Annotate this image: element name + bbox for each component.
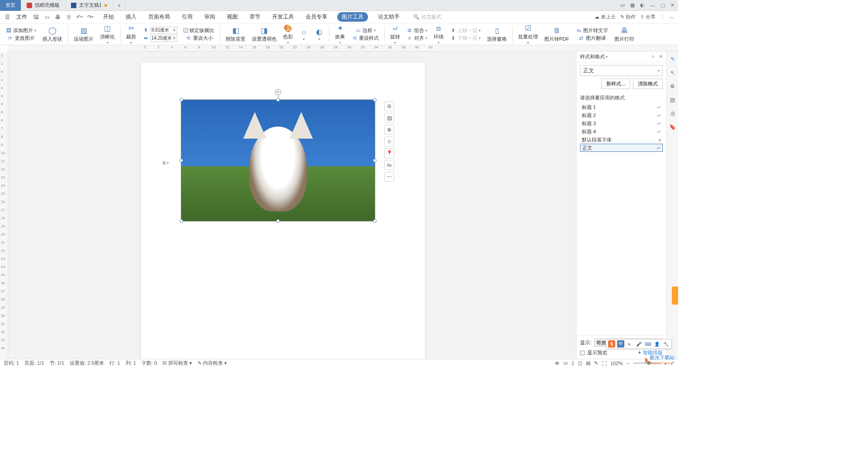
sharpen-button[interactable]: ◫清晰化▾ <box>98 24 117 45</box>
tab-start[interactable]: 开始 <box>101 12 116 22</box>
tab-section[interactable]: 章节 <box>248 12 262 22</box>
share-button[interactable]: ⇪ 分享 <box>640 14 656 20</box>
side-layers-icon[interactable]: ▤ <box>669 96 677 104</box>
crop-button[interactable]: ✂裁剪▾ <box>124 24 138 45</box>
layout-options-tag[interactable]: 🗎 ▾ <box>162 159 170 166</box>
collab-button[interactable]: ✎ 协作 <box>620 14 636 20</box>
remove-bg-button[interactable]: ◧抠除背景 <box>224 26 247 42</box>
cloud-status[interactable]: ☁ 未上云 <box>594 14 616 20</box>
float-zoom-in[interactable]: ⊕ <box>384 125 394 135</box>
resize-handle-tr[interactable] <box>373 98 377 102</box>
side-settings-icon[interactable]: ⚙ <box>669 82 677 90</box>
move-up-button[interactable]: ⬆上移一层▾ <box>450 27 481 34</box>
height-field[interactable]: ⬍8.91厘米⇅ <box>142 27 177 34</box>
tab-insert[interactable]: 插入 <box>124 12 138 22</box>
tab-reference[interactable]: 引用 <box>180 12 194 22</box>
style-item[interactable]: 标题 3↵ <box>580 119 663 127</box>
tab-review[interactable]: 审阅 <box>203 12 217 22</box>
undo-icon[interactable]: ↶▾ <box>76 14 83 21</box>
feedback-tab[interactable] <box>672 287 678 305</box>
float-ocr[interactable]: 🗛 <box>384 160 394 170</box>
collapse-ribbon-icon[interactable]: ︿ <box>670 14 675 20</box>
style-item[interactable]: 标题 1↵ <box>580 103 663 111</box>
ime-tool-icon[interactable]: 🔧 <box>662 340 670 348</box>
tab-home[interactable]: 首页 <box>0 0 21 11</box>
grid-icon[interactable]: ▦ <box>630 2 635 8</box>
group-button[interactable]: ⧉组合▾ <box>406 27 427 34</box>
style-item[interactable]: 标题 4↵ <box>580 127 663 136</box>
reset-style-button[interactable]: ⟲重设样式 <box>351 35 379 42</box>
page[interactable]: ⟳ <box>141 62 425 359</box>
align-button[interactable]: ≡对齐▾ <box>406 35 427 42</box>
resize-handle-tm[interactable] <box>276 98 280 102</box>
float-more[interactable]: ⋯ <box>384 172 394 182</box>
selected-image[interactable]: ⟳ <box>181 99 375 221</box>
tab-dev[interactable]: 开发工具 <box>270 12 296 22</box>
select-pane-button[interactable]: ▯选择窗格 <box>485 26 509 42</box>
hamburger-icon[interactable]: ☰ <box>4 14 11 21</box>
status-row[interactable]: 行: 1 <box>109 360 120 367</box>
layout-icon[interactable]: ▭ <box>620 2 625 8</box>
status-page-num[interactable]: 页码: 1 <box>4 360 19 367</box>
to-pdf-button[interactable]: 🗎图片转PDF <box>542 26 571 42</box>
float-pin[interactable]: 📍 <box>384 148 394 158</box>
side-pencil-icon[interactable]: ✎ <box>669 55 677 63</box>
compress-button[interactable]: ▧压缩图片 <box>72 26 95 42</box>
status-pos[interactable]: 设置值: 2.5厘米 <box>70 360 104 367</box>
clear-style-button[interactable]: 清除格式 <box>633 79 663 89</box>
batch-button[interactable]: ☑批量处理▾ <box>516 24 540 45</box>
print-image-button[interactable]: 🖶图片打印 <box>613 26 636 42</box>
ime-skin-icon[interactable]: 👤 <box>653 340 660 348</box>
side-tag-icon[interactable]: 🔖 <box>669 123 677 131</box>
user-avatar-icon[interactable]: ◐ <box>640 2 645 8</box>
border-button[interactable]: ▭边框▾ <box>355 27 376 34</box>
canvas[interactable]: ⟳ 🗎 ▾ ⊖ ▤ ⊕ ⟄ 📍 🗛 ⋯ <box>8 52 576 359</box>
add-image-button[interactable]: 🖼添加图片▾ <box>5 27 36 34</box>
color-button[interactable]: 🎨色彩▾ <box>281 24 295 45</box>
view-draw-icon[interactable]: ✎ <box>594 360 598 366</box>
tab-view[interactable]: 视图 <box>225 12 240 22</box>
style-item-selected[interactable]: 正文↵ <box>580 144 663 152</box>
ribbon-search[interactable]: 🔍 论文版式 <box>413 14 441 20</box>
view-web-icon[interactable]: ◫ <box>578 360 582 366</box>
style-item[interactable]: 默认段落字体a <box>580 136 663 144</box>
ime-toolbar[interactable]: S 中 •, 🎤 ⌨ 👤 🔧 <box>606 339 672 349</box>
file-menu[interactable]: 文件 <box>14 12 29 22</box>
status-col[interactable]: 列: 1 <box>126 360 136 367</box>
resize-handle-rm[interactable] <box>373 159 377 162</box>
effect-button[interactable]: ✦效果▾ <box>333 24 347 45</box>
tab-layout[interactable]: 页面布局 <box>146 12 172 22</box>
float-zoom-out[interactable]: ⊖ <box>384 101 394 111</box>
print-icon[interactable]: 🖶 <box>54 14 61 21</box>
export-icon[interactable]: ⎘ <box>65 14 72 21</box>
resize-handle-bl[interactable] <box>179 219 183 223</box>
view-eye-icon[interactable]: 👁 <box>555 361 560 366</box>
print-preview-icon[interactable]: ▭ <box>43 14 51 21</box>
contrast-button[interactable]: ◐▾ <box>313 28 326 41</box>
zoom-value[interactable]: 102% <box>610 361 623 366</box>
ime-punct-icon[interactable]: •, <box>626 340 633 348</box>
save-icon[interactable]: 🖫 <box>33 14 40 21</box>
panel-close-icon[interactable]: ✕ <box>659 54 663 60</box>
lock-ratio-check[interactable]: ✓锁定纵横比 <box>184 27 214 34</box>
reset-size-button[interactable]: ⟲重设大小 <box>185 35 213 42</box>
status-chars[interactable]: 字数: 0 <box>142 360 157 367</box>
tab-thesis[interactable]: 论文助手 <box>376 12 401 22</box>
redo-icon[interactable]: ↷▾ <box>87 14 94 21</box>
resize-handle-tl[interactable] <box>179 98 183 102</box>
maximize-button[interactable]: ▢ <box>660 2 665 8</box>
status-content-check[interactable]: ✎ 内容检查 ▾ <box>198 360 227 367</box>
float-crop[interactable]: ⟄ <box>384 136 394 146</box>
panel-pin-icon[interactable]: ✧ <box>651 54 655 60</box>
close-button[interactable]: ✕ <box>670 2 675 8</box>
preview-checkbox[interactable] <box>580 351 585 355</box>
resize-handle-bm[interactable] <box>276 219 280 223</box>
translate-button[interactable]: ⇄图片翻译 <box>578 35 606 42</box>
transparent-button[interactable]: ◨设置透明色 <box>250 26 278 42</box>
more-icon[interactable]: ⋮ <box>660 14 665 20</box>
tab-document[interactable]: 文字文稿1 <box>66 0 113 11</box>
view-read-icon[interactable]: ▭ <box>563 360 568 366</box>
resize-handle-lm[interactable] <box>179 159 183 162</box>
move-down-button[interactable]: ⬇下移一层▾ <box>450 35 481 42</box>
ime-lang-icon[interactable]: 中 <box>617 340 624 348</box>
